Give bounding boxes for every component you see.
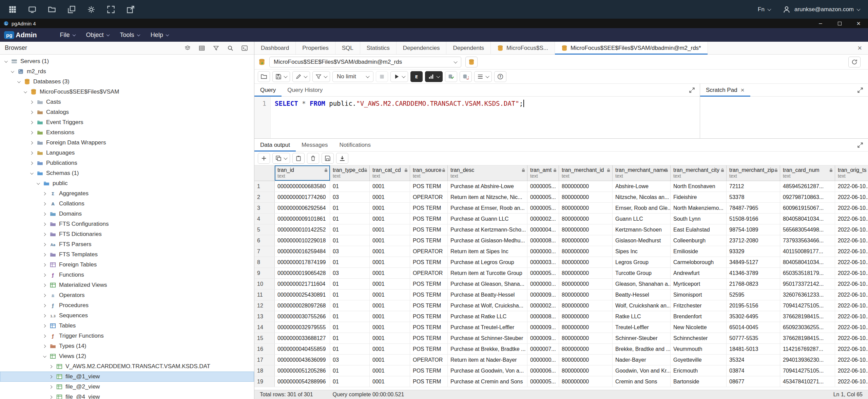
cell-tran_desc[interactable]: Purchase at Legros Group — [448, 257, 527, 267]
cell-tran_merchant_zip[interactable]: 35324 — [727, 355, 780, 365]
tab-dependents[interactable]: Dependents — [446, 42, 491, 54]
tree-item-fts-parsers[interactable]: AaFTS Parsers — [0, 239, 254, 250]
cell-tran_source[interactable]: POS TERM — [410, 322, 448, 333]
row-number[interactable]: 10 — [254, 279, 275, 289]
cell-tran_amt[interactable]: 0000003... — [527, 257, 559, 267]
tab-query-history[interactable]: Query History — [282, 84, 328, 96]
row-number[interactable]: 6 — [254, 235, 275, 246]
chevron-right-icon[interactable] — [28, 162, 34, 164]
fn-menu[interactable]: Fn — [758, 6, 771, 13]
cell-tran_cat_cd[interactable]: 0001 — [370, 203, 410, 213]
cell-tran_merchant_id[interactable]: 800000000 — [559, 355, 613, 365]
tree-item-foreign-data-wrappers[interactable]: Foreign Data Wrappers — [0, 138, 254, 148]
maximize-button[interactable] — [830, 19, 849, 28]
cell-tran_merchant_zip[interactable]: 78487-7965 — [727, 203, 780, 213]
cell-tran_amt[interactable]: 0000009... — [527, 322, 559, 333]
cell-tran_merchant_id[interactable]: 800000000 — [559, 311, 613, 322]
cell-tran_source[interactable]: OPERATOR — [410, 246, 448, 257]
tab-messages[interactable]: Messages — [296, 139, 333, 151]
cell-tran_source[interactable]: POS TERM — [410, 376, 448, 387]
tree-item-fts-configurations[interactable]: FTS Configurations — [0, 219, 254, 229]
row-number[interactable]: 12 — [254, 300, 275, 311]
cell-tran_desc[interactable]: Purchase at Ratke LLC — [448, 311, 527, 322]
cell-tran_id[interactable]: 0000000021711604 — [275, 279, 330, 289]
cell-tran_amt[interactable]: 0000000... — [527, 246, 559, 257]
cell-tran_cat_cd[interactable]: 0001 — [370, 279, 410, 289]
tree-item-file-1-view[interactable]: file_@1_view — [0, 372, 254, 382]
menu-object[interactable]: Object — [81, 28, 115, 42]
column-header-tran_merchant_name[interactable]: tran_merchant_nametext — [613, 165, 671, 181]
cell-tran_merchant_city[interactable]: Colleenburgh — [671, 235, 727, 246]
macro-button[interactable] — [474, 71, 492, 82]
cell-tran_id[interactable]: 0000000009101861 — [275, 214, 330, 224]
tab-query[interactable]: Query — [254, 84, 282, 96]
cell-tran_merchant_id[interactable]: 800000000 — [559, 224, 613, 235]
tree-item-languages[interactable]: Languages — [0, 148, 254, 158]
cell-tran_desc[interactable]: Purchase at Cremin and Sons — [448, 376, 527, 387]
tree-item-event-triggers[interactable]: Event Triggers — [0, 117, 254, 127]
row-number[interactable]: 8 — [254, 257, 275, 267]
cell-tran_merchant_city[interactable]: North Enoshaven — [671, 181, 727, 192]
menu-help[interactable]: Help — [145, 28, 174, 42]
cell-tran_merchant_name[interactable]: Abshire-Lowe — [613, 181, 671, 192]
cell-tran_merchant_id[interactable]: 800000000 — [559, 214, 613, 224]
tree-item-fts-templates[interactable]: FTS Templates — [0, 250, 254, 260]
cell-tran_source[interactable]: POS TERM — [410, 235, 448, 246]
tree-item-types-14[interactable]: Types (14) — [0, 341, 254, 351]
chevron-right-icon[interactable] — [41, 264, 47, 266]
display-icon[interactable] — [28, 5, 37, 14]
chevron-right-icon[interactable] — [41, 294, 47, 297]
cell-tran_desc[interactable]: Return item at Nitzsche, Nic... — [448, 192, 527, 202]
tab-sql[interactable]: SQL — [335, 42, 360, 54]
cell-tran_merchant_name[interactable]: Schinner-Steuber — [613, 333, 671, 343]
cell-tran_merchant_zip[interactable]: 18481-5013 — [727, 344, 780, 354]
cell-tran_cat_cd[interactable]: 0001 — [370, 311, 410, 322]
chevron-down-icon[interactable] — [22, 91, 27, 93]
column-header-tran_type_cd[interactable]: tran_type_cdtext — [330, 165, 370, 181]
cell-tran_cat_cd[interactable]: 0001 — [370, 268, 410, 278]
chevron-right-icon[interactable] — [48, 365, 53, 368]
chevron-down-icon[interactable] — [9, 71, 15, 73]
cell-tran_cat_cd[interactable]: 0001 — [370, 214, 410, 224]
chevron-down-icon[interactable] — [485, 74, 489, 78]
cell-tran_merchant_city[interactable]: Fritzchester — [671, 300, 727, 311]
cell-tran_amt[interactable]: 0000000... — [527, 279, 559, 289]
row-number[interactable]: 4 — [254, 214, 275, 224]
cell-tran_source[interactable]: POS TERM — [410, 300, 448, 311]
cell-tran_type_cd[interactable]: 01 — [330, 290, 370, 300]
cell-tran_merchant_city[interactable]: Goyetteville — [671, 355, 727, 365]
cell-tran_source[interactable]: POS TERM — [410, 333, 448, 343]
cell-tran_merchant_name[interactable]: Goodwin, Von and Kr... — [613, 365, 671, 376]
cell-tran_id[interactable]: 0000000051205286 — [275, 365, 330, 376]
cell-tran_type_cd[interactable]: 03 — [330, 192, 370, 202]
row-number[interactable]: 17 — [254, 355, 275, 365]
cell-tran_merchant_id[interactable]: 800000000 — [559, 365, 613, 376]
expand-icon[interactable] — [852, 87, 868, 93]
windows-icon[interactable] — [67, 5, 76, 14]
cell-tran_orig_ts[interactable]: 2022-06-10... — [835, 290, 868, 300]
cell-tran_type_cd[interactable]: 01 — [330, 344, 370, 354]
chevron-right-icon[interactable] — [41, 254, 47, 256]
column-header-tran_merchant_id[interactable]: tran_merchant_idtext — [559, 165, 613, 181]
cell-tran_merchant_id[interactable]: 800000000 — [559, 268, 613, 278]
download-button[interactable] — [336, 153, 348, 164]
cell-tran_merchant_zip[interactable]: 98754-1089 — [727, 224, 780, 235]
chevron-right-icon[interactable] — [28, 132, 34, 134]
chevron-right-icon[interactable] — [48, 396, 53, 398]
cell-tran_id[interactable]: 0000000043636099 — [275, 355, 330, 365]
chevron-right-icon[interactable] — [41, 213, 47, 215]
cell-tran_cat_cd[interactable]: 0001 — [370, 235, 410, 246]
cell-tran_type_cd[interactable]: 01 — [330, 203, 370, 213]
tree-item-sequences[interactable]: 1.3Sequences — [0, 311, 254, 321]
cell-tran_desc[interactable]: Purchase at Goodwin, Von a... — [448, 365, 527, 376]
paste-button[interactable] — [292, 153, 305, 164]
chevron-right-icon[interactable] — [48, 386, 53, 388]
cell-tran_desc[interactable]: Purchase at Wolf, Cruicksha... — [448, 300, 527, 311]
cell-tran_cat_cd[interactable]: 0001 — [370, 246, 410, 257]
cell-tran_orig_ts[interactable]: 2022-06-10... — [835, 365, 868, 376]
cell-tran_amt[interactable]: 0000006... — [527, 365, 559, 376]
column-header-tran_cat_cd[interactable]: tran_cat_cdtext — [370, 165, 410, 181]
cell-tran_merchant_zip[interactable]: 50777-5535 — [727, 333, 780, 343]
cell-tran_merchant_name[interactable]: Guann LLC — [613, 214, 671, 224]
cell-tran_amt[interactable]: 0000005... — [527, 203, 559, 213]
